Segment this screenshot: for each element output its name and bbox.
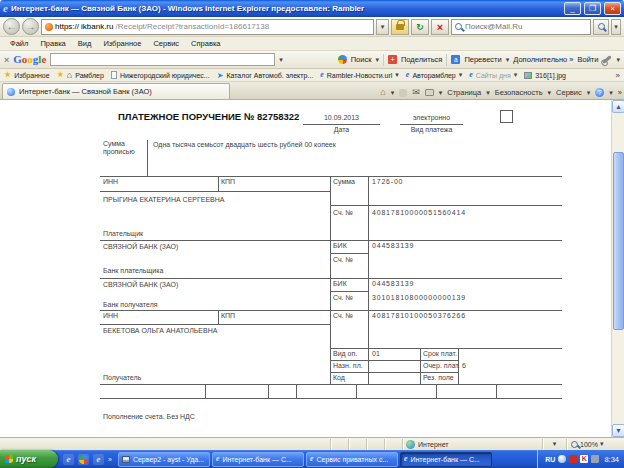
favorite-item-rambler[interactable]: ★ ⌂ Рамблер [57,71,104,80]
tray-app-icon[interactable] [558,455,566,463]
favorite-item-autorambler[interactable]: e Авторамблер [406,71,462,79]
favorite-item-catalog[interactable]: ➤ Каталог Автомоб. электр... [217,71,313,80]
google-search-button[interactable]: Поиск [351,55,372,64]
chevron-down-icon[interactable] [391,88,395,97]
menu-edit[interactable]: Правка [34,39,71,48]
chevron-down-icon[interactable] [587,88,591,97]
search-options-button[interactable] [611,19,621,35]
task-button-internet-bank-2[interactable]: e Интернет-банк — С... [400,452,492,467]
menu-bar: Файл Правка Вид Избранное Сервис Справка [0,37,624,51]
home-button[interactable]: ⌂ [380,88,385,97]
favorite-item-news[interactable]: e Rambler-Новости.url [320,71,399,79]
share-button[interactable]: Поделиться [401,55,442,64]
search-icon [598,23,605,30]
vertical-scrollbar[interactable]: ▲ ▼ [611,100,624,437]
document-title: ПЛАТЕЖНОЕ ПОРУЧЕНИЕ № 82758322 [118,111,299,122]
chevron-down-icon[interactable] [548,88,552,97]
quick-launch-ie-icon[interactable]: e [63,454,74,465]
antivirus-icon[interactable]: K [580,455,588,463]
page-menu-button[interactable]: Страница [447,88,481,97]
print-icon[interactable] [425,89,434,96]
chevron-down-icon[interactable] [375,55,379,64]
chevron-down-icon [514,71,518,79]
task-button-internet-bank-1[interactable]: e Интернет-банк — С... [212,452,304,467]
favorite-label: Авторамблер [412,72,455,79]
more-button[interactable]: Дополнительно » [513,55,573,64]
task-button-server[interactable]: Сервер2 - ayst - Уда... [118,452,210,467]
mailru-search-box[interactable] [451,19,591,35]
priority-label: Очер. плат. [423,362,460,370]
rss-icon[interactable] [399,89,407,97]
url-field[interactable]: https://ikbank.ru/Receipt/Receipt?transa… [41,19,374,35]
menu-tools[interactable]: Сервис [147,39,185,48]
menu-favorites[interactable]: Избранное [97,39,147,48]
search-go-button[interactable] [593,19,609,35]
quick-launch: e e » [58,454,117,465]
favorite-label: Rambler-Новости.url [327,72,393,79]
translate-icon: а [451,55,460,64]
toolbar-close-icon[interactable]: × [4,55,9,65]
google-search-icon [338,55,347,64]
favorites-overflow-button[interactable]: » [616,71,620,80]
chevron-down-icon[interactable] [439,88,443,97]
quick-launch-overflow[interactable]: » [108,456,112,463]
ie-icon: e [216,455,220,463]
safety-menu-button[interactable]: Безопасность [495,88,543,97]
chevron-down-icon[interactable] [279,55,283,64]
maximize-button[interactable]: ❐ [584,2,601,15]
doc-line [303,124,380,125]
forward-button[interactable]: → [22,18,39,35]
language-indicator[interactable]: RU [545,456,555,463]
scroll-down-button[interactable]: ▼ [612,424,624,437]
url-dropdown-button[interactable] [376,19,389,35]
chevron-down-icon[interactable] [506,55,510,64]
commands-overflow-button[interactable]: » [618,88,622,97]
zoom-value: 100% [580,441,598,448]
payee-inn-label: ИНН [103,312,118,320]
scrollbar-thumb[interactable] [613,152,624,330]
security-lock-button[interactable] [391,19,409,35]
scroll-up-button[interactable]: ▲ [612,100,624,113]
favorite-item-sites[interactable]: e Сайты дня [469,71,517,79]
mail-button[interactable]: ✉ [412,88,420,97]
tools-menu-button[interactable]: Сервис [556,88,582,97]
payee-bank-bik-value: 044583139 [372,280,414,288]
doc-line [368,176,369,384]
stop-button[interactable]: × [431,19,449,35]
quick-launch-app-icon[interactable] [78,454,89,465]
chevron-down-icon[interactable] [486,88,490,97]
tray-device-icon[interactable] [591,455,599,463]
favorite-item-law[interactable]: Нижегородский юридичес... [111,71,210,79]
favorites-button[interactable]: ★ Избранное [4,71,50,79]
translate-button[interactable]: Перевести [464,55,501,64]
windows-flag-icon [5,455,13,464]
term-label: Срок плат. [423,350,457,358]
tray-alert-icon[interactable] [569,455,577,463]
google-search-field[interactable] [50,53,275,66]
tab-favicon [7,88,15,96]
chevron-down-icon[interactable] [616,55,620,64]
signin-button[interactable]: Войти [577,55,598,64]
refresh-button[interactable]: ↻ [411,19,429,35]
menu-view[interactable]: Вид [72,39,98,48]
menu-file[interactable]: Файл [4,39,34,48]
chevron-down-icon[interactable] [609,88,613,97]
google-search-input[interactable] [51,54,274,65]
quick-launch-ie-icon[interactable]: e [93,454,104,465]
menu-help[interactable]: Справка [185,39,226,48]
ie-page-icon: e [406,71,410,79]
protected-mode-button[interactable] [542,439,566,450]
wrench-icon[interactable] [603,55,613,64]
minimize-button[interactable]: _ [564,2,581,15]
mailru-search-input[interactable] [465,22,587,31]
task-button-private-service[interactable]: e Сервис приватных с... [306,452,398,467]
close-button[interactable]: × [604,2,621,15]
favorite-item-image[interactable]: 316[1].jpg [524,72,566,79]
zoom-control[interactable]: 100% [566,439,624,450]
title-bar: e Интернет-банк — Связной Банк (ЗАО) - W… [0,0,624,17]
start-button[interactable]: пуск [0,450,58,468]
tab-internet-bank[interactable]: Интернет-банк — Связной Банк (ЗАО) [2,83,230,99]
back-button[interactable]: ← [3,18,20,35]
payee-account-label: Сч. № [333,312,353,320]
help-icon[interactable]: ? [595,88,604,97]
